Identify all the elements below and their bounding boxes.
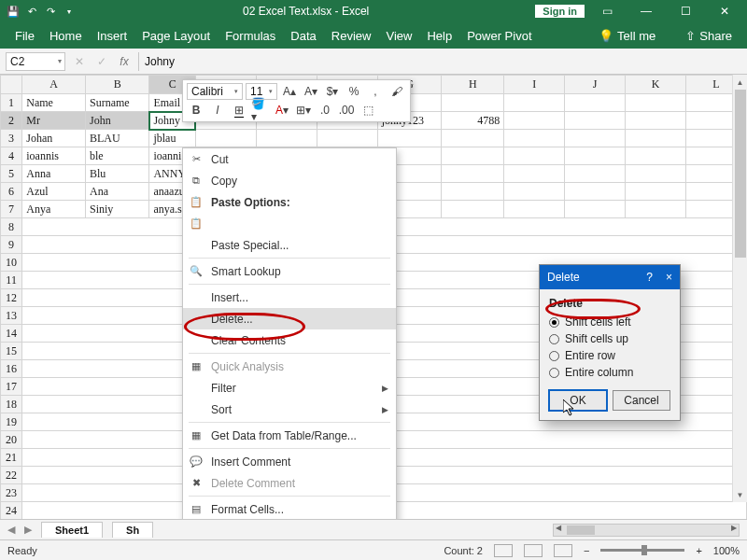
redo-icon[interactable]: ↷ [43,4,58,19]
decrease-decimal-icon[interactable]: .0 [316,102,334,119]
cell[interactable] [442,201,504,218]
col-header[interactable]: J [565,76,626,94]
cell[interactable] [442,147,504,165]
row-header[interactable]: 24 [1,502,22,520]
row-header[interactable]: 23 [1,484,22,502]
row-header[interactable]: 17 [1,378,22,396]
radio-entire-row[interactable]: Entire row [549,347,670,364]
page-break-view-icon[interactable] [554,544,572,557]
cell[interactable] [565,147,626,165]
ctx-clear-contents[interactable]: Clear Contents [183,329,396,351]
radio-shift-left[interactable]: Shift cells left [549,314,670,330]
row-header[interactable]: 10 [1,254,22,272]
next-sheet-icon[interactable]: ▶ [24,524,32,536]
cell[interactable] [504,130,565,147]
ctx-delete[interactable]: Delete... [183,308,396,329]
row-header[interactable]: 15 [1,343,22,360]
row-header[interactable]: 19 [1,413,22,431]
lightbulb-icon[interactable]: 💡 [599,29,613,43]
percent-icon[interactable]: % [345,83,363,100]
row-header[interactable]: 20 [1,431,22,449]
close-icon[interactable]: × [666,271,672,284]
row-header[interactable]: 5 [1,165,22,183]
tab-power-pivot[interactable]: Power Pivot [467,29,531,43]
cell[interactable] [625,147,685,165]
font-combo[interactable]: Calibri▾ [187,83,243,100]
normal-view-icon[interactable] [494,544,513,557]
signin-button[interactable]: Sign in [535,5,585,18]
bold-icon[interactable]: B [187,102,205,119]
cell[interactable] [625,183,685,201]
tab-home[interactable]: Home [49,29,82,43]
cell[interactable] [256,130,317,147]
row-header[interactable]: 3 [1,130,22,147]
minimize-button[interactable]: — [629,0,663,22]
increase-font-icon[interactable]: A▴ [280,83,299,100]
cell[interactable] [504,165,565,183]
cell[interactable] [565,130,626,147]
cell[interactable]: Ana [86,183,149,201]
prev-sheet-icon[interactable]: ◀ [7,524,15,536]
row-header[interactable]: 18 [1,396,22,413]
cell[interactable]: 4788 [442,112,504,130]
cancel-formula-icon[interactable]: ✕ [71,55,88,68]
fx-icon[interactable]: fx [116,55,133,68]
cell[interactable]: Siniy [86,201,149,218]
cell[interactable] [504,201,565,218]
row-header[interactable]: 4 [1,147,22,165]
cell[interactable]: ioannis [22,147,86,165]
cell[interactable] [442,130,504,147]
cell[interactable] [565,165,626,183]
cell[interactable] [625,130,685,147]
cell[interactable] [504,147,565,165]
italic-icon[interactable]: I [208,102,227,119]
cell[interactable] [442,165,504,183]
scroll-up-icon[interactable]: ▲ [733,75,748,90]
qat-dropdown-icon[interactable]: ▾ [62,4,77,19]
help-icon[interactable]: ? [646,271,653,284]
accounting-format-icon[interactable]: $▾ [323,83,342,100]
ctx-paste-default[interactable]: 📋 [183,213,396,234]
cell[interactable]: ble [86,147,149,165]
tab-help[interactable]: Help [427,29,452,43]
row-header[interactable]: 9 [1,236,22,254]
col-header[interactable]: I [504,76,565,94]
cell[interactable] [625,165,685,183]
comma-icon[interactable]: , [366,83,385,100]
ctx-get-data[interactable]: ▦Get Data from Table/Range... [183,425,396,446]
cell[interactable] [565,112,626,130]
cell[interactable]: Blu [86,165,149,183]
ctx-cut[interactable]: ✂Cut [183,148,396,170]
decrease-font-icon[interactable]: A▾ [302,83,320,100]
tab-insert[interactable]: Insert [97,29,128,43]
radio-shift-up[interactable]: Shift cells up [549,330,670,347]
zoom-level[interactable]: 100% [713,545,740,556]
zoom-out-icon[interactable]: − [584,545,589,556]
dialog-titlebar[interactable]: Delete ? × [540,265,680,289]
cell[interactable]: Anya [22,201,86,218]
fill-color-icon[interactable]: 🪣▾ [251,102,270,119]
cell[interactable] [504,94,565,112]
ctx-sort[interactable]: Sort▶ [183,399,396,420]
cell[interactable] [504,112,565,130]
ok-button[interactable]: OK [549,390,607,411]
underline-icon[interactable]: ⊞ [230,102,248,119]
cell[interactable] [377,130,442,147]
increase-decimal-icon[interactable]: .00 [337,102,356,119]
enter-formula-icon[interactable]: ✓ [93,55,110,68]
borders-icon[interactable]: ⊞▾ [294,102,313,119]
row-header[interactable]: 13 [1,307,22,325]
sheet-tab[interactable]: Sheet1 [41,522,103,538]
formula-value[interactable]: Johny [145,55,175,68]
ctx-format-cells[interactable]: ▤Format Cells... [183,498,396,520]
maximize-button[interactable]: ☐ [669,0,702,22]
save-icon[interactable]: 💾 [6,4,21,19]
vertical-scrollbar[interactable]: ▲ ▼ [732,75,747,502]
row-header[interactable]: 22 [1,467,22,484]
cell[interactable] [317,130,377,147]
name-box[interactable]: C2 [6,52,65,71]
close-window-button[interactable]: ✕ [708,0,741,22]
row-header[interactable]: 16 [1,360,22,378]
cell[interactable]: Johan [22,130,86,147]
scrollbar-thumb[interactable] [735,90,746,258]
